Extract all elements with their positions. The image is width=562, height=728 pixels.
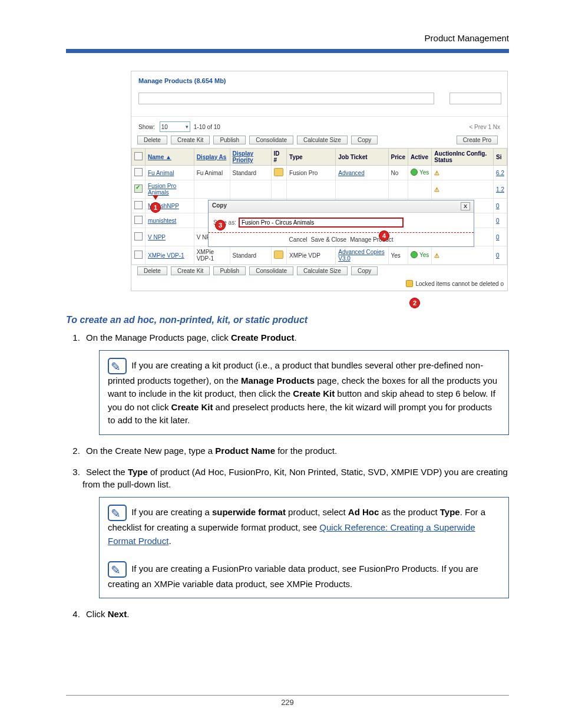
col-check[interactable]	[132, 149, 146, 166]
range-label: 1-10 of 10	[194, 124, 220, 130]
button-bar-bottom: Delete Create Kit Publish Consolidate Ca…	[131, 265, 507, 279]
col-name[interactable]: Name ▲	[146, 149, 194, 166]
filter-input-small[interactable]	[449, 93, 501, 104]
row-checkbox[interactable]	[134, 201, 143, 209]
id-icon	[274, 251, 283, 259]
col-display-as[interactable]: Display As	[194, 149, 230, 166]
pencil-icon	[108, 505, 127, 521]
lock-icon	[406, 280, 413, 287]
consolidate-button[interactable]: Consolidate	[249, 266, 293, 275]
calculate-size-button[interactable]: Calculate Size	[297, 136, 348, 144]
id-icon	[274, 168, 283, 176]
steps-list: On the Manage Products page, click Creat…	[66, 331, 509, 621]
col-status: AuctionInc Config. Status	[432, 149, 494, 166]
page-header: Product Management	[66, 33, 509, 43]
cancel-button[interactable]: Cancel	[289, 236, 307, 243]
pager[interactable]: < Prev 1 Nx	[469, 124, 500, 130]
filter-bar	[131, 89, 507, 117]
callout-1: 1	[150, 202, 161, 213]
header-rule	[66, 49, 509, 53]
create-product-button[interactable]: Create Pro	[457, 136, 498, 144]
active-indicator: Yes	[411, 251, 429, 258]
section-heading: To create an ad hoc, non-printed, kit, o…	[66, 315, 509, 325]
calculate-size-button[interactable]: Calculate Size	[297, 266, 348, 275]
col-active: Active	[408, 149, 431, 166]
col-id: ID #	[271, 149, 286, 166]
publish-button[interactable]: Publish	[213, 266, 246, 275]
table-row: XMPie VDP-1XMPie VDP-1StandardXMPie VDPA…	[132, 246, 507, 265]
page-number: 229	[66, 695, 509, 707]
callout-3: 3	[215, 220, 226, 230]
col-type: Type	[287, 149, 336, 166]
job-ticket-link[interactable]: Advanced Copies V3.0	[338, 249, 384, 262]
create-kit-button[interactable]: Create Kit	[171, 136, 210, 144]
copy-button[interactable]: Copy	[351, 266, 378, 275]
row-checkbox[interactable]	[134, 185, 143, 193]
publish-button[interactable]: Publish	[213, 136, 246, 144]
callout-4: 4	[379, 230, 389, 241]
step-1: On the Manage Products page, click Creat…	[82, 331, 509, 435]
row-checkbox[interactable]	[134, 251, 143, 259]
row-checkbox[interactable]	[134, 232, 143, 241]
callout-2: 2	[409, 298, 420, 308]
si-link[interactable]: 0	[496, 203, 500, 209]
table-row: Fusion Pro Animals⚠1.2	[132, 180, 507, 199]
create-kit-button[interactable]: Create Kit	[171, 266, 210, 275]
save-as-input[interactable]	[239, 218, 404, 228]
delete-button[interactable]: Delete	[137, 136, 167, 144]
popup-title: Copy	[212, 202, 227, 210]
name-link[interactable]: XMPie VDP-1	[148, 252, 184, 259]
panel-title: Manage Products (8.654 Mb)	[131, 71, 507, 89]
job-ticket-link[interactable]: Advanced	[338, 170, 364, 176]
name-link[interactable]: munishtest	[148, 218, 176, 224]
name-link[interactable]: Fu Animal	[148, 170, 174, 176]
col-si: Si	[494, 149, 507, 166]
step-3: Select the Type of product (Ad Hoc, Fusi…	[82, 466, 509, 599]
name-link[interactable]: V NPP	[148, 234, 166, 241]
col-price: Price	[388, 149, 408, 166]
si-link[interactable]: 6.2	[496, 170, 504, 176]
note-superwide: If you are creating a superwide format p…	[99, 497, 509, 598]
pencil-icon	[108, 358, 127, 374]
name-link[interactable]: Fusion Pro Animals	[148, 183, 176, 196]
manage-products-screenshot: Manage Products (8.654 Mb) Show: 10 1-10…	[131, 71, 508, 291]
row-checkbox[interactable]	[134, 216, 143, 224]
step-4: Click Next.	[82, 608, 509, 621]
active-indicator: Yes	[411, 169, 429, 176]
locked-note: Locked items cannot be deleted o	[131, 279, 507, 291]
si-link[interactable]: 0	[496, 234, 500, 241]
save-close-button[interactable]: Save & Close	[311, 236, 347, 243]
pencil-icon	[108, 561, 127, 578]
filter-input[interactable]	[138, 93, 434, 104]
warning-icon: ⚠	[434, 186, 439, 193]
arrow-icon	[153, 195, 158, 200]
si-link[interactable]: 1.2	[496, 186, 504, 193]
col-job-ticket: Job Ticket	[336, 149, 388, 166]
button-bar-top: Delete Create Kit Publish Consolidate Ca…	[131, 134, 507, 148]
row-checkbox[interactable]	[134, 168, 143, 176]
copy-button[interactable]: Copy	[351, 136, 378, 144]
si-link[interactable]: 0	[496, 218, 500, 224]
show-label: Show:	[138, 124, 155, 130]
table-row: Fu AnimalFu AnimalStandardFusion ProAdva…	[132, 166, 507, 180]
show-select[interactable]: 10	[160, 121, 190, 132]
copy-popup: Copy X Save as: Cancel Save & Close Mana…	[208, 200, 474, 247]
delete-button[interactable]: Delete	[137, 266, 167, 275]
step-2: On the Create New page, type a Product N…	[82, 444, 509, 457]
close-icon[interactable]: X	[461, 202, 470, 210]
si-link[interactable]: 0	[496, 252, 500, 259]
consolidate-button[interactable]: Consolidate	[249, 136, 293, 144]
note-kit: If you are creating a kit product (i.e.,…	[99, 350, 509, 435]
col-display-priority[interactable]: Display Priority	[230, 149, 271, 166]
warning-icon: ⚠	[434, 170, 439, 176]
warning-icon: ⚠	[434, 252, 439, 259]
